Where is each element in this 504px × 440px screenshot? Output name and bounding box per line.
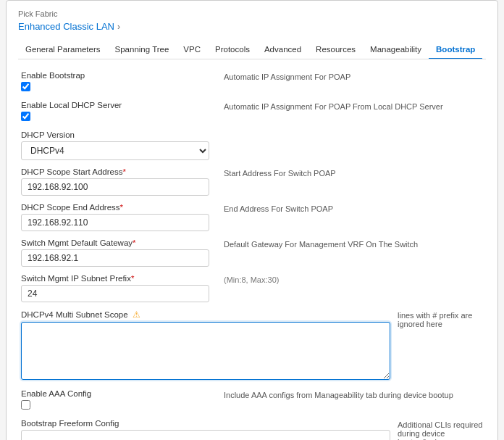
tab-advanced[interactable]: Advanced: [257, 41, 308, 59]
enable-bootstrap-label: Enable Bootstrap: [21, 71, 209, 80]
switch-mgmt-prefix-label: Switch Mgmt IP Subnet Prefix*: [21, 274, 209, 283]
switch-mgmt-gateway-hint: Default Gateway For Management VRF On Th…: [209, 238, 483, 249]
dhcp-scope-end-label: DHCP Scope End Address*: [21, 203, 209, 212]
bootstrap-freeform-hint: Additional CLIs required during device b…: [390, 419, 483, 440]
dhcp-version-select[interactable]: DHCPv4 DHCPv6: [21, 141, 209, 160]
switch-mgmt-prefix-left: Switch Mgmt IP Subnet Prefix*: [21, 274, 209, 302]
bootstrap-freeform-textarea[interactable]: [21, 430, 390, 440]
required-star-2: *: [120, 203, 123, 212]
dhcp-version-hint: [209, 130, 483, 132]
switch-mgmt-prefix-input[interactable]: [21, 285, 209, 302]
dhcpv4-multi-subnet-left: DHCPv4 Multi Subnet Scope ⚠: [21, 310, 390, 382]
chevron-icon: ›: [117, 22, 120, 32]
switch-mgmt-gateway-row: Switch Mgmt Default Gateway* Default Gat…: [21, 238, 483, 267]
dhcpv4-multi-subnet-textarea[interactable]: [21, 322, 390, 380]
enable-bootstrap-section: Enable Bootstrap Automatic IP Assignment…: [21, 71, 483, 94]
tab-protocols[interactable]: Protocols: [208, 41, 257, 59]
dhcp-scope-end-row: DHCP Scope End Address* End Address For …: [21, 203, 483, 231]
enable-bootstrap-left: Enable Bootstrap: [21, 71, 209, 94]
enable-aaa-left: Enable AAA Config: [21, 389, 209, 412]
dhcp-scope-start-input[interactable]: [21, 178, 209, 196]
bootstrap-freeform-left: Bootstrap Freeform Config: [21, 419, 390, 440]
tab-vpc[interactable]: VPC: [176, 41, 208, 59]
tab-spanning-tree[interactable]: Spanning Tree: [108, 41, 177, 59]
breadcrumb: Enhanced Classic LAN ›: [18, 21, 486, 32]
tab-general-parameters[interactable]: General Parameters: [18, 41, 108, 59]
tab-resources[interactable]: Resources: [308, 41, 363, 59]
bootstrap-freeform-label: Bootstrap Freeform Config: [21, 419, 390, 428]
switch-mgmt-gateway-label: Switch Mgmt Default Gateway*: [21, 238, 209, 247]
tab-bootstrap[interactable]: Bootstrap: [429, 41, 482, 59]
required-star: *: [122, 167, 125, 176]
dhcp-scope-end-left: DHCP Scope End Address*: [21, 203, 209, 231]
enable-aaa-hint: Include AAA configs from Manageability t…: [209, 389, 483, 399]
dhcp-scope-start-label: DHCP Scope Start Address*: [21, 167, 209, 176]
bootstrap-freeform-row: Bootstrap Freeform Config Additional CLI…: [21, 419, 483, 440]
main-container: Pick Fabric Enhanced Classic LAN › Gener…: [6, 0, 498, 440]
tab-configuration-backup[interactable]: Configuration Backup: [482, 41, 486, 59]
switch-mgmt-prefix-hint: (Min:8, Max:30): [209, 274, 483, 284]
switch-mgmt-gateway-left: Switch Mgmt Default Gateway*: [21, 238, 209, 267]
enable-local-dhcp-checkbox[interactable]: [21, 112, 30, 121]
form-body: Enable Bootstrap Automatic IP Assignment…: [18, 71, 486, 440]
warning-icon: ⚠: [133, 310, 140, 319]
enable-aaa-label: Enable AAA Config: [21, 389, 209, 398]
dhcp-version-left: DHCP Version DHCPv4 DHCPv6: [21, 130, 209, 160]
enable-aaa-checkbox[interactable]: [21, 400, 30, 410]
dhcp-scope-start-left: DHCP Scope Start Address*: [21, 167, 209, 196]
enable-local-dhcp-left: Enable Local DHCP Server: [21, 101, 209, 123]
required-star-3: *: [133, 238, 135, 247]
dhcp-scope-start-hint: Start Address For Switch POAP: [209, 167, 483, 178]
tab-manageability[interactable]: Manageability: [363, 41, 429, 59]
dhcp-scope-start-row: DHCP Scope Start Address* Start Address …: [21, 167, 483, 196]
enable-bootstrap-checkbox[interactable]: [21, 82, 30, 91]
switch-mgmt-prefix-row: Switch Mgmt IP Subnet Prefix* (Min:8, Ma…: [21, 274, 483, 302]
switch-mgmt-gateway-input[interactable]: [21, 249, 209, 267]
enable-local-dhcp-section: Enable Local DHCP Server Automatic IP As…: [21, 101, 483, 123]
dhcp-version-label: DHCP Version: [21, 130, 209, 139]
enable-local-dhcp-label: Enable Local DHCP Server: [21, 101, 209, 109]
dhcp-version-row: DHCP Version DHCPv4 DHCPv6: [21, 130, 483, 160]
dhcpv4-multi-subnet-label: DHCPv4 Multi Subnet Scope ⚠: [21, 310, 390, 320]
enable-bootstrap-hint: Automatic IP Assignment For POAP: [209, 71, 483, 81]
enable-local-dhcp-hint: Automatic IP Assignment For POAP From Lo…: [209, 101, 483, 111]
pick-fabric-label: Pick Fabric: [18, 9, 486, 18]
required-star-4: *: [131, 274, 134, 283]
dhcpv4-multi-subnet-hint: lines with # prefix are ignored here: [390, 310, 483, 328]
dhcp-scope-end-input[interactable]: [21, 214, 209, 231]
enable-aaa-section: Enable AAA Config Include AAA configs fr…: [21, 389, 483, 412]
dhcpv4-multi-subnet-row: DHCPv4 Multi Subnet Scope ⚠ lines with #…: [21, 310, 483, 382]
breadcrumb-link[interactable]: Enhanced Classic LAN: [18, 21, 114, 32]
dhcp-scope-end-hint: End Address For Switch POAP: [209, 203, 483, 213]
tab-bar: General Parameters Spanning Tree VPC Pro…: [18, 41, 486, 59]
